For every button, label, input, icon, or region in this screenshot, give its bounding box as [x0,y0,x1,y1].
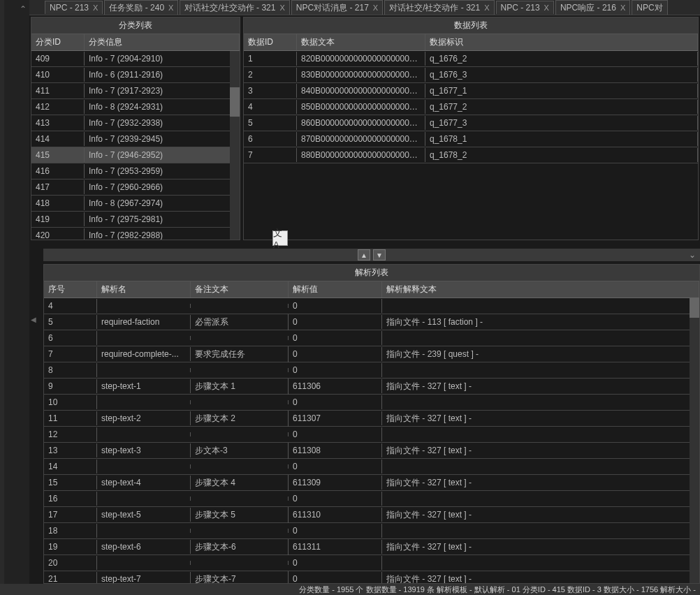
parse-title: 解析列表 [44,265,699,281]
translate-icon: 文A [273,227,287,250]
table-row[interactable]: 420Info - 7 (2982-2988) [31,228,240,240]
table-row[interactable]: 4850B000000000000000000000...q_1677_2 [244,99,698,115]
table-row[interactable]: 2830B000000000000000000000...q_1676_3 [244,67,698,83]
col-data-id[interactable]: 数据ID [244,34,297,50]
table-row[interactable]: 60 [44,330,699,346]
cell-tag: q_1678_2 [425,148,698,162]
cell-exp: 指向文件 - 327 [ text ] - [382,411,699,427]
table-row[interactable]: 416Info - 7 (2953-2959) [31,163,240,179]
col-category-info[interactable]: 分类信息 [85,34,240,50]
table-row[interactable]: 15step-text-4步骤文本 4611309指向文件 - 327 [ te… [44,475,699,491]
tab-1[interactable]: 任务奖励 - 240X [104,0,178,15]
cell-name: required-complete-... [97,347,191,361]
move-down-button[interactable]: ▼ [373,249,386,260]
cell-name [97,529,191,533]
cell-note: 要求完成任务 [191,346,289,362]
table-row[interactable]: 200 [44,555,699,571]
col-parse-note[interactable]: 备注文本 [191,281,289,298]
table-row[interactable]: 7880B000000000000000000000...q_1678_2 [244,147,698,163]
table-row[interactable]: 414Info - 7 (2939-2945) [31,131,240,147]
table-row[interactable]: 21step-text-7步骤文本-70指向文件 - 327 [ text ] … [44,571,699,583]
cell-seq: 21 [44,572,97,583]
tab-7[interactable]: NPC对 [632,0,667,15]
col-data-tag[interactable]: 数据标识 [425,34,698,50]
tab-3[interactable]: NPC对话消息 - 217X [291,0,383,15]
cell-name [97,368,191,372]
collapse-up-icon[interactable]: ⌃ [20,4,27,14]
data-body[interactable]: 1820B000000000000000000000...q_1676_2283… [244,51,698,240]
cell-tag: q_1677_3 [425,116,698,130]
cell-seq: 8 [44,363,97,377]
col-parse-val[interactable]: 解析值 [289,281,382,298]
cell-id: 416 [31,164,85,178]
col-parse-name[interactable]: 解析名 [97,281,191,298]
table-row[interactable]: 409Info - 7 (2904-2910) [31,51,240,67]
cell-info: Info - 7 (2960-2966) [85,180,240,194]
cell-note [191,464,289,469]
parse-body[interactable]: 405required-faction必需派系0指向文件 - 113 [ fac… [44,298,699,583]
scrollbar-thumb[interactable] [690,298,699,318]
table-row[interactable]: 13step-text-3步文本-3611308指向文件 - 327 [ tex… [44,443,699,459]
close-icon[interactable]: X [544,3,549,12]
scrollbar-thumb[interactable] [230,87,240,117]
move-up-button[interactable]: ▲ [358,249,370,260]
table-row[interactable]: 412Info - 8 (2924-2931) [31,99,240,115]
table-row[interactable]: 140 [44,459,699,475]
cell-seq: 7 [44,347,97,361]
col-category-id[interactable]: 分类ID [31,34,85,50]
close-icon[interactable]: X [484,3,489,12]
close-icon[interactable]: X [279,3,284,12]
table-row[interactable]: 5860B000000000000000000000...q_1677_3 [244,115,698,131]
table-row[interactable]: 180 [44,523,699,539]
cell-val: 611306 [289,379,382,393]
close-icon[interactable]: X [620,3,625,12]
close-icon[interactable]: X [373,3,378,12]
table-row[interactable]: 7required-complete-...要求完成任务0指向文件 - 239 … [44,346,699,362]
table-row[interactable]: 415Info - 7 (2946-2952) [31,147,240,163]
table-row[interactable]: 17step-text-5步骤文本 5611310指向文件 - 327 [ te… [44,507,699,523]
cell-name: step-text-7 [97,572,191,583]
expand-down-icon[interactable]: ⌄ [689,250,696,260]
col-parse-exp[interactable]: 解析解释文本 [382,281,699,298]
cell-id: 1 [244,52,297,66]
table-row[interactable]: 40 [44,298,699,314]
col-parse-seq[interactable]: 序号 [44,281,97,298]
category-title: 分类列表 [31,17,240,34]
col-data-text[interactable]: 数据文本 [297,34,425,50]
table-row[interactable]: 417Info - 7 (2960-2966) [31,179,240,196]
close-icon[interactable]: X [93,3,98,12]
tab-2[interactable]: 对话社交/社交动作 - 321X [180,0,289,15]
table-row[interactable]: 5required-faction必需派系0指向文件 - 113 [ facti… [44,314,699,330]
cell-exp [382,336,699,340]
tab-6[interactable]: NPC响应 - 216X [555,0,630,15]
cell-text: 870B000000000000000000000... [297,132,425,146]
table-row[interactable]: 11step-text-2步骤文本 2611307指向文件 - 327 [ te… [44,411,699,427]
table-row[interactable]: 80 [44,362,699,379]
table-row[interactable]: 3840B000000000000000000000...q_1677_1 [244,83,698,99]
table-row[interactable]: 9step-text-1步骤文本 1611306指向文件 - 327 [ tex… [44,379,699,395]
category-body[interactable]: 409Info - 7 (2904-2910)410Info - 6 (2911… [31,51,240,240]
table-row[interactable]: 19step-text-6步骤文本-6611311指向文件 - 327 [ te… [44,539,699,555]
table-row[interactable]: 120 [44,427,699,443]
table-row[interactable]: 1820B000000000000000000000...q_1676_2 [244,51,698,67]
cell-id: 4 [244,100,297,114]
tab-label: NPC对 [636,2,662,14]
table-row[interactable]: 160 [44,491,699,507]
table-row[interactable]: 410Info - 6 (2911-2916) [31,67,240,83]
tab-4[interactable]: 对话社交/社交动作 - 321X [384,0,494,15]
cell-exp [382,464,699,469]
table-row[interactable]: 100 [44,395,699,411]
table-row[interactable]: 419Info - 7 (2975-2981) [31,212,240,228]
close-icon[interactable]: X [168,3,173,12]
translate-button[interactable]: 文A [272,230,288,246]
table-row[interactable]: 418Info - 8 (2967-2974) [31,196,240,212]
table-row[interactable]: 411Info - 7 (2917-2923) [31,83,240,99]
tab-0[interactable]: NPC - 213X [45,1,103,14]
scrollbar-track[interactable] [690,298,699,583]
cell-note: 步骤文本-7 [191,571,289,584]
tab-5[interactable]: NPC - 213X [496,1,554,14]
table-row[interactable]: 6870B000000000000000000000...q_1678_1 [244,131,698,147]
cell-exp: 指向文件 - 239 [ quest ] - [382,346,699,362]
scrollbar-track[interactable] [230,51,240,240]
table-row[interactable]: 413Info - 7 (2932-2938) [31,115,240,131]
